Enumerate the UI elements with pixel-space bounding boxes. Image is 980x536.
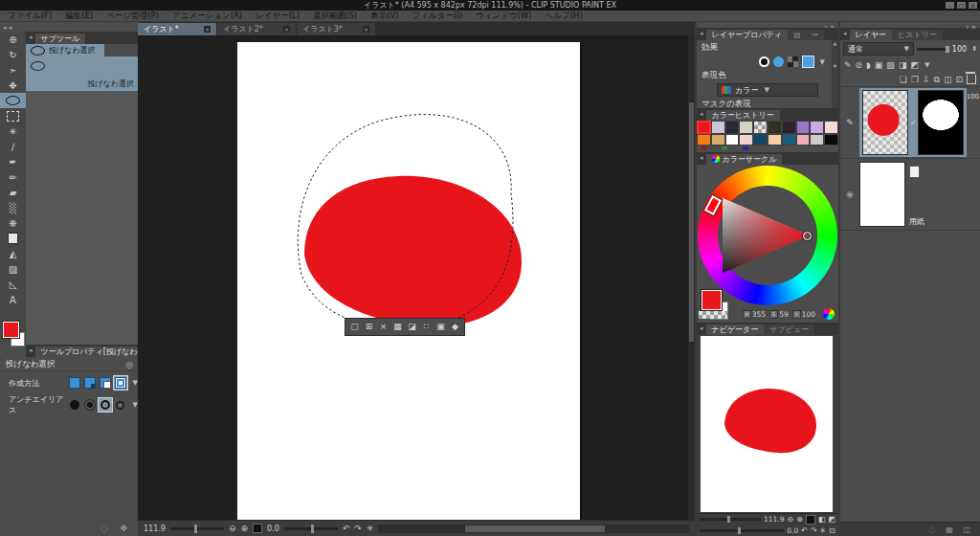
subtool-item-投げなわ選択[interactable]: 投げなわ選択 xyxy=(26,56,138,92)
apply-mask-icon[interactable]: ◫ xyxy=(944,74,952,85)
canvas-page[interactable]: ▢⊞×▦◪∷▣◆ xyxy=(237,42,580,520)
mask-link-icon[interactable]: ✓ xyxy=(908,119,918,127)
method-new-selection[interactable] xyxy=(68,376,81,390)
subtool-detail-icon[interactable]: ◎ xyxy=(125,358,133,371)
menu-ウィンドウ(W)[interactable]: ウィンドウ(W) xyxy=(476,11,532,22)
color-circle-dock-icons[interactable]: ◂ xyxy=(697,152,706,165)
antialias-strong[interactable] xyxy=(114,398,127,412)
two-color-icon[interactable]: ◗ xyxy=(866,59,871,71)
pencil-tool[interactable]: ✏ xyxy=(0,169,26,185)
layer-thumbnail[interactable] xyxy=(862,90,908,155)
shrink-selection-button[interactable]: ∷ xyxy=(420,321,433,333)
eyedropper-tool[interactable]: ∕ xyxy=(0,139,26,154)
pen-settings-icon[interactable]: ✎ xyxy=(844,59,852,71)
history-swatch-1-4[interactable] xyxy=(753,134,768,145)
layers-dock-icons[interactable]: ◂ xyxy=(840,28,850,40)
menu-ファイル(F)[interactable]: ファイル(F) xyxy=(8,11,52,22)
method-subtract-selection[interactable] xyxy=(99,376,112,390)
merge-down-icon[interactable]: ⧉ xyxy=(934,74,940,85)
menu-選択範囲(S)[interactable]: 選択範囲(S) xyxy=(313,11,357,22)
layer-row-1[interactable]: ✎ ✓ 100 xyxy=(840,87,980,159)
figure-tool[interactable]: ◺ xyxy=(0,277,26,292)
expand-selection-button[interactable]: ▦ xyxy=(391,321,404,333)
nav-zoom-100-icon[interactable] xyxy=(806,515,815,525)
transfer-down-icon[interactable]: ⇩ xyxy=(923,74,930,85)
mask-thumbnail[interactable] xyxy=(918,90,964,155)
brush-tool[interactable]: ▰ xyxy=(0,185,26,200)
tab-layer-property[interactable]: レイヤープロパティ xyxy=(706,30,789,40)
document-tab-イラスト2*[interactable]: イラスト2*× xyxy=(217,23,296,35)
nav-zoom-slider[interactable] xyxy=(700,518,761,521)
nav-zoom-out-icon[interactable]: ⊖ xyxy=(787,515,793,524)
history-swatch-0-6[interactable] xyxy=(782,121,796,134)
horizontal-scrollbar[interactable] xyxy=(378,525,689,533)
rotate-slider-handle[interactable] xyxy=(311,525,314,533)
menu-ページ管理(P)[interactable]: ページ管理(P) xyxy=(106,11,159,22)
layers-panel-bottom-bar[interactable]: ◌ ▦ ◫ xyxy=(840,522,980,536)
selection-lasso-tool[interactable] xyxy=(0,93,26,108)
minimize-button[interactable]: – xyxy=(946,2,954,9)
nav-rotate-slider[interactable] xyxy=(700,529,784,532)
crop-selection-button[interactable]: ▣ xyxy=(434,321,447,333)
pan-rotate-tool[interactable]: ↻ xyxy=(0,47,26,62)
navigator-dock-icons[interactable]: ◂ xyxy=(697,323,706,335)
chevron-down-icon[interactable]: ▼ xyxy=(820,58,825,66)
layer-row-2[interactable]: ◉ 用紙 xyxy=(840,159,980,231)
history-swatch-0-0[interactable] xyxy=(697,121,711,134)
vertical-scrollbar[interactable] xyxy=(688,35,695,520)
rotate-cw-icon[interactable]: ↷ xyxy=(354,522,362,536)
history-swatch-0-8[interactable] xyxy=(810,121,824,134)
history-swatch-0-5[interactable] xyxy=(768,121,782,134)
tab-tool-property[interactable]: ツールプロパティ[投げなわ選択] xyxy=(35,346,138,357)
nav-rotate-slider-handle[interactable] xyxy=(738,527,741,534)
selection-marquee-tool[interactable] xyxy=(0,108,26,123)
deselect-button[interactable]: ▢ xyxy=(348,321,361,333)
tone-effect-icon[interactable] xyxy=(773,56,784,67)
tab-color-history[interactable]: カラーヒストリー xyxy=(706,110,780,121)
nav-rotate-cw-icon[interactable]: ↷ xyxy=(811,526,817,535)
fill-button[interactable]: ◆ xyxy=(449,321,461,333)
tab-history[interactable]: ヒストリー xyxy=(892,30,943,40)
gradient-tool[interactable]: ▨ xyxy=(0,261,26,277)
antialias-middle[interactable] xyxy=(99,398,112,412)
color-history-dock-icons[interactable]: ◂ xyxy=(697,108,706,121)
method-overlap-selection[interactable] xyxy=(114,376,127,390)
zoom-slider-handle[interactable] xyxy=(194,525,197,533)
color-mode-toggle-icon[interactable] xyxy=(823,308,835,320)
opacity-slider[interactable] xyxy=(917,48,949,51)
document-tab-イラスト3*[interactable]: イラスト3*× xyxy=(297,23,375,35)
auto-select-tool[interactable]: ✳ xyxy=(0,123,26,139)
zoom-in-icon[interactable]: ⊕ xyxy=(240,522,248,536)
tab-stub-1[interactable]: ▤ xyxy=(788,30,807,40)
reset-rotation-icon[interactable]: ✳ xyxy=(367,522,374,536)
texture-effect-icon[interactable] xyxy=(788,56,798,67)
operation-tool[interactable]: ➣ xyxy=(0,62,26,78)
history-swatch-0-4[interactable] xyxy=(753,121,768,134)
pen-tool[interactable]: ✒ xyxy=(0,154,26,169)
navigator-preview[interactable] xyxy=(697,335,838,513)
vertical-scrollbar-handle[interactable] xyxy=(689,102,694,342)
menu-表示(V)[interactable]: 表示(V) xyxy=(370,11,398,22)
layer-property-scrollbar[interactable]: ▲▼ xyxy=(832,40,838,108)
history-swatch-0-7[interactable] xyxy=(796,121,811,134)
rotate-slider[interactable] xyxy=(284,527,338,530)
eraser-tool[interactable] xyxy=(0,231,26,246)
border-effect-icon[interactable] xyxy=(759,56,769,67)
tab-subtool[interactable]: サブツール xyxy=(35,34,86,44)
paper-thumbnail[interactable] xyxy=(859,162,905,227)
transparent-swatch[interactable] xyxy=(699,311,727,319)
hue-wheel[interactable] xyxy=(698,166,837,305)
delete-layer-button[interactable] xyxy=(967,70,976,88)
new-folder-icon[interactable]: ❐ xyxy=(911,74,919,85)
invert-selection-button[interactable]: × xyxy=(377,321,390,333)
tab-navigator[interactable]: ナビゲーター xyxy=(706,324,765,335)
flip-horizontal-icon[interactable]: ◧ xyxy=(818,515,826,524)
tool-property-bottom-icons[interactable]: ◌ ✥ xyxy=(100,524,132,533)
scale-rotate-button[interactable]: ◪ xyxy=(406,321,418,333)
menu-レイヤー(L)[interactable]: レイヤー(L) xyxy=(256,11,300,22)
mask-view-icon[interactable]: ⊡ xyxy=(955,74,963,85)
history-swatch-1-7[interactable] xyxy=(796,134,811,145)
history-swatch-0-2[interactable] xyxy=(725,121,740,134)
canvas-viewport[interactable]: ▢⊞×▦◪∷▣◆ xyxy=(138,35,695,520)
decoration-tool[interactable]: ❋ xyxy=(0,215,26,231)
